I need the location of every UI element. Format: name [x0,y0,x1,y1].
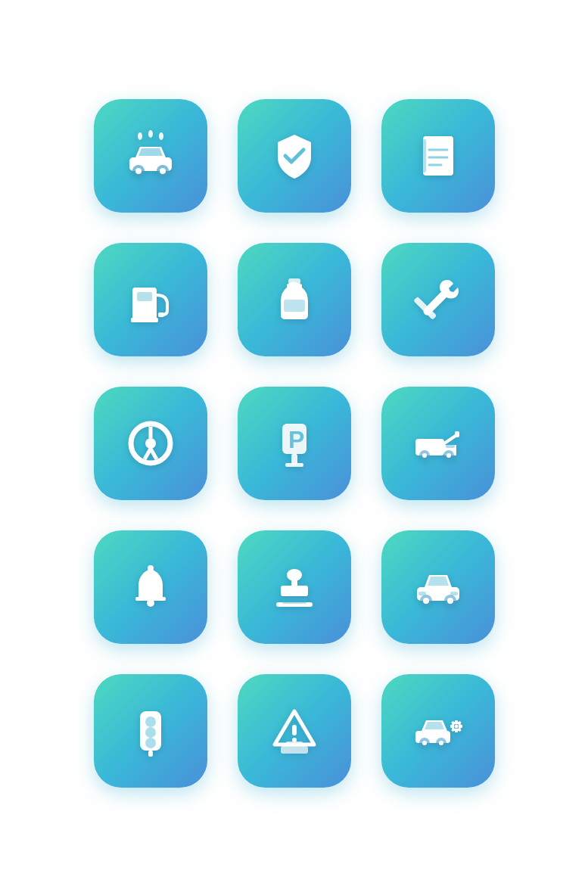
svg-point-6 [135,168,142,174]
svg-rect-40 [135,597,166,601]
parking-icon-btn[interactable]: P [238,387,351,500]
svg-rect-8 [423,136,453,176]
gas-station-icon-btn[interactable] [94,243,207,356]
car-accident-icon-btn[interactable] [238,674,351,788]
svg-point-37 [148,565,154,571]
tools-icon [411,272,465,327]
svg-rect-28 [285,463,303,467]
svg-point-63 [422,741,427,745]
svg-rect-57 [148,751,153,757]
svg-rect-69 [455,729,458,732]
tow-truck-icon-btn[interactable] [381,387,495,500]
svg-point-55 [145,727,156,738]
icon-grid: P [64,69,525,818]
svg-rect-9 [420,139,426,173]
svg-rect-27 [291,454,297,465]
svg-point-7 [160,168,166,174]
svg-point-34 [422,453,427,458]
svg-rect-70 [450,725,454,728]
manual-icon-btn[interactable] [381,99,495,213]
stamp-icon [267,560,322,614]
svg-point-36 [446,453,451,458]
gas-station-icon [123,272,178,327]
car-settings-icon-btn[interactable] [381,674,495,788]
car-wash-icon [123,129,178,183]
svg-point-21 [145,438,156,449]
notification-icon-btn[interactable] [94,530,207,644]
car-accident-icon [267,704,322,758]
svg-point-50 [423,598,429,604]
car-wash-icon-btn[interactable] [94,99,207,213]
traffic-light-icon [123,704,178,758]
svg-point-0 [138,132,142,140]
svg-line-24 [151,449,157,459]
manual-icon [411,129,465,183]
svg-rect-58 [292,725,297,735]
svg-rect-45 [282,598,306,604]
svg-point-2 [159,132,163,140]
svg-rect-42 [291,575,297,587]
svg-rect-14 [137,292,152,301]
svg-rect-29 [415,439,444,455]
parking-icon: P [267,416,322,471]
svg-point-65 [439,741,443,745]
svg-rect-32 [455,431,459,437]
tow-truck-icon [411,416,465,471]
insurance-icon-btn[interactable] [238,99,351,213]
traffic-light-icon-btn[interactable] [94,674,207,788]
car-settings-icon [411,704,465,758]
stamp-icon-btn[interactable] [238,530,351,644]
svg-rect-15 [131,318,158,322]
oil-bottle-icon-btn[interactable] [238,243,351,356]
svg-rect-43 [281,586,308,596]
svg-point-52 [447,598,453,604]
steering-wheel-icon [123,416,178,471]
steering-wheel-icon-btn[interactable] [94,387,207,500]
insurance-icon [267,129,322,183]
svg-rect-68 [455,720,458,724]
svg-rect-17 [288,278,300,284]
car-icon [411,560,465,614]
svg-rect-18 [284,300,305,312]
svg-point-54 [145,717,156,727]
car-icon-btn[interactable] [381,530,495,644]
svg-rect-60 [281,746,308,754]
svg-point-1 [148,130,153,138]
svg-point-67 [454,724,458,728]
svg-point-56 [145,738,156,748]
svg-rect-71 [459,725,462,728]
svg-text:P: P [288,426,304,453]
svg-rect-16 [158,312,164,317]
notification-icon [123,560,178,614]
oil-bottle-icon [267,272,322,327]
tools-icon-btn[interactable] [381,243,495,356]
